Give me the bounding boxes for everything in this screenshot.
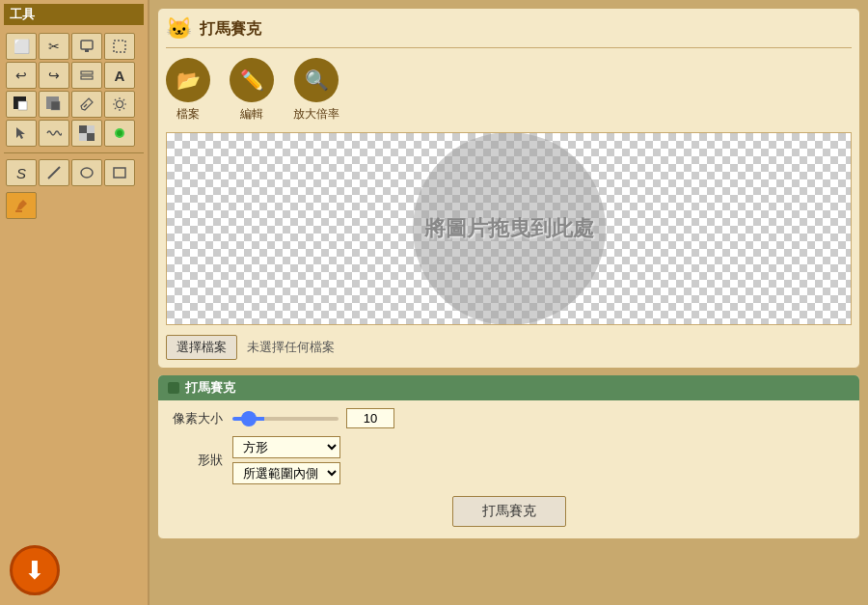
shape-dropdown[interactable]: 方形 圓形 菱形	[232, 436, 340, 458]
tool-dot[interactable]	[104, 120, 135, 147]
tool-path[interactable]: S	[6, 159, 37, 186]
canvas-area[interactable]: 將圖片拖曳到此處	[166, 132, 852, 325]
mosaic-action-button[interactable]: 打馬賽克	[452, 496, 566, 527]
svg-rect-20	[87, 133, 95, 141]
svg-rect-21	[87, 125, 95, 133]
edit-icon: ✏️	[230, 58, 274, 102]
choose-file-button[interactable]: 選擇檔案	[166, 335, 237, 360]
sidebar-title: 工具	[4, 4, 144, 25]
tools-grid-2: S	[4, 157, 144, 188]
svg-rect-0	[81, 41, 93, 49]
tool-line[interactable]	[39, 159, 69, 186]
sidebar: 工具 ⬜ ✂ ↩ ↪ A	[0, 0, 149, 605]
svg-rect-3	[81, 71, 93, 74]
svg-line-17	[123, 99, 124, 100]
file-label: 檔案	[176, 106, 200, 123]
shape-label: 形狀	[170, 452, 223, 469]
svg-rect-28	[15, 210, 22, 212]
file-info-text: 未選擇任何檔案	[247, 339, 335, 356]
svg-line-9	[84, 104, 87, 107]
tool-bg-color[interactable]	[39, 91, 69, 118]
drop-text: 將圖片拖曳到此處	[424, 214, 594, 243]
scope-dropdown[interactable]: 所選範圍內側 所選範圍外側 全部	[232, 462, 340, 484]
svg-line-18	[115, 108, 116, 109]
tool-redo[interactable]: ↪	[39, 62, 69, 89]
bottom-panel-content: 像素大小 形狀 方形 圓形 菱形 所選範圍內側 所選範圍外	[158, 400, 859, 538]
svg-rect-19	[79, 125, 87, 133]
tool-select-rect[interactable]: ⬜	[6, 33, 37, 60]
svg-line-16	[123, 108, 124, 109]
pixel-size-input[interactable]	[346, 408, 394, 428]
bottom-panel-header: 打馬賽克	[158, 375, 859, 400]
tool-fill[interactable]	[6, 192, 37, 219]
svg-point-26	[81, 168, 93, 178]
pixel-size-slider[interactable]	[232, 417, 339, 421]
svg-point-10	[117, 101, 123, 108]
tool-wave[interactable]	[39, 120, 69, 147]
main-content: 🐱 打馬賽克 📂 檔案 ✏️ 編輯 🔍 放大倍率 將圖片拖曳到此處	[149, 0, 868, 605]
app-title: 打馬賽克	[200, 19, 261, 40]
tool-layer[interactable]	[71, 62, 102, 89]
svg-rect-4	[81, 76, 93, 79]
tool-select-all[interactable]	[104, 33, 135, 60]
top-panel: 🐱 打馬賽克 📂 檔案 ✏️ 編輯 🔍 放大倍率 將圖片拖曳到此處	[157, 8, 860, 369]
tool-brightness[interactable]	[104, 91, 135, 118]
svg-point-24	[117, 130, 122, 136]
panel-icon	[168, 382, 179, 394]
tool-eyedropper[interactable]	[71, 91, 102, 118]
download-area: ⬇	[10, 545, 60, 595]
svg-rect-1	[85, 49, 89, 52]
pixel-size-row: 像素大小	[170, 408, 848, 428]
svg-rect-22	[79, 133, 87, 141]
pixel-size-label: 像素大小	[170, 410, 223, 427]
tool-cut[interactable]: ✂	[39, 33, 69, 60]
tools-grid-3	[4, 190, 144, 221]
svg-line-15	[115, 99, 116, 100]
toolbar: 📂 檔案 ✏️ 編輯 🔍 放大倍率	[166, 54, 852, 126]
tool-pointer[interactable]	[6, 120, 37, 147]
svg-rect-27	[114, 168, 125, 178]
shape-row: 形狀 方形 圓形 菱形 所選範圍內側 所選範圍外側 全部	[170, 436, 848, 484]
app-header: 🐱 打馬賽克	[166, 16, 852, 48]
tool-stamp[interactable]	[71, 33, 102, 60]
tool-pattern[interactable]	[71, 120, 102, 147]
shape-selects: 方形 圓形 菱形 所選範圍內側 所選範圍外側 全部	[232, 436, 340, 484]
file-icon: 📂	[166, 58, 210, 102]
file-selector-row: 選擇檔案 未選擇任何檔案	[166, 331, 852, 360]
zoom-icon: 🔍	[294, 58, 339, 102]
toolbar-item-file[interactable]: 📂 檔案	[166, 58, 210, 123]
toolbar-item-edit[interactable]: ✏️ 編輯	[230, 58, 274, 123]
toolbar-item-zoom[interactable]: 🔍 放大倍率	[293, 58, 339, 123]
svg-line-25	[48, 167, 60, 179]
svg-rect-2	[114, 41, 125, 52]
app-icon: 🐱	[166, 16, 192, 41]
tool-ellipse[interactable]	[71, 159, 102, 186]
zoom-label: 放大倍率	[293, 106, 339, 123]
tool-text[interactable]: A	[104, 62, 135, 89]
svg-rect-6	[18, 101, 27, 110]
tools-grid: ⬜ ✂ ↩ ↪ A	[4, 31, 144, 149]
tool-undo[interactable]: ↩	[6, 62, 37, 89]
tool-rectangle[interactable]	[104, 159, 135, 186]
edit-label: 編輯	[240, 106, 263, 123]
bottom-panel: 打馬賽克 像素大小 形狀 方形 圓形 菱形	[157, 374, 860, 539]
slider-container	[232, 408, 394, 428]
download-button[interactable]: ⬇	[10, 545, 60, 595]
bottom-panel-title: 打馬賽克	[185, 379, 235, 397]
tool-fg-color[interactable]	[6, 91, 37, 118]
svg-rect-8	[51, 101, 60, 110]
